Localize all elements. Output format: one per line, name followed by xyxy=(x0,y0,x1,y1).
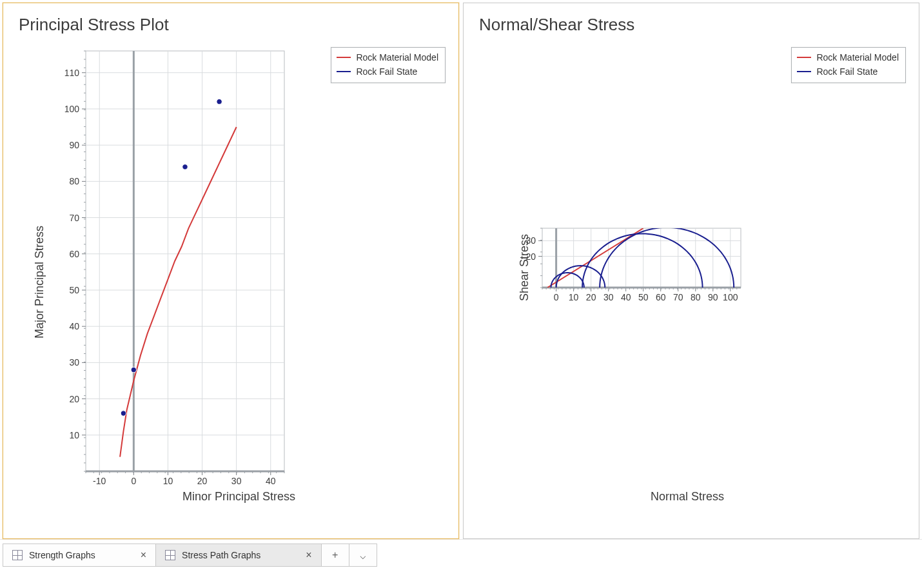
legend-line-icon xyxy=(337,71,351,72)
legend-label: Rock Fail State xyxy=(816,64,878,79)
grid-icon xyxy=(12,550,23,560)
legend-entry-model[interactable]: Rock Material Model xyxy=(797,50,899,64)
svg-text:60: 60 xyxy=(69,249,79,259)
tab-strength-graphs[interactable]: Strength Graphs × xyxy=(3,544,156,567)
svg-text:90: 90 xyxy=(69,140,79,150)
tab-bar: Strength Graphs × Stress Path Graphs × +… xyxy=(0,539,922,568)
svg-text:50: 50 xyxy=(69,285,79,295)
panel-title: Principal Stress Plot xyxy=(19,15,446,35)
svg-point-133 xyxy=(131,367,136,372)
svg-text:-10: -10 xyxy=(93,476,106,486)
panel-principal-stress[interactable]: Principal Stress Plot Rock Material Mode… xyxy=(3,3,459,539)
panel-title: Normal/Shear Stress xyxy=(479,15,906,35)
x-axis-label: Normal Stress xyxy=(651,490,724,504)
tab-label: Stress Path Graphs xyxy=(182,550,260,560)
svg-text:0: 0 xyxy=(131,476,136,486)
svg-point-132 xyxy=(121,411,126,416)
plus-icon: + xyxy=(332,549,338,561)
svg-text:40: 40 xyxy=(621,292,631,302)
svg-text:0: 0 xyxy=(554,292,559,302)
workspace: Principal Stress Plot Rock Material Mode… xyxy=(0,0,922,588)
svg-text:20: 20 xyxy=(586,292,596,302)
panel-normal-shear[interactable]: Normal/Shear Stress Rock Material Model … xyxy=(463,3,919,539)
tab-menu-button[interactable]: ⌵ xyxy=(349,544,377,567)
svg-text:30: 30 xyxy=(69,357,79,368)
svg-text:40: 40 xyxy=(69,321,79,331)
close-icon[interactable]: × xyxy=(306,550,311,560)
svg-text:20: 20 xyxy=(69,394,79,404)
legend-line-icon xyxy=(337,57,351,58)
svg-text:30: 30 xyxy=(603,292,614,302)
svg-rect-136 xyxy=(542,228,741,288)
close-icon[interactable]: × xyxy=(141,550,146,560)
svg-text:60: 60 xyxy=(656,292,666,302)
tab-stress-path-graphs[interactable]: Stress Path Graphs × xyxy=(155,544,322,567)
legend[interactable]: Rock Material Model Rock Fail State xyxy=(331,47,446,83)
legend-line-icon xyxy=(797,57,811,58)
svg-text:100: 100 xyxy=(64,104,80,114)
svg-text:20: 20 xyxy=(197,476,208,486)
svg-text:40: 40 xyxy=(266,476,276,486)
svg-text:100: 100 xyxy=(723,292,738,302)
svg-rect-0 xyxy=(86,51,284,471)
svg-text:80: 80 xyxy=(69,176,79,186)
chart-panels: Principal Stress Plot Rock Material Mode… xyxy=(0,0,922,539)
svg-point-135 xyxy=(217,99,222,104)
normal-shear-chart[interactable]: 01020304050607080901002030 xyxy=(524,226,743,303)
svg-point-134 xyxy=(182,164,188,170)
legend[interactable]: Rock Material Model Rock Fail State xyxy=(791,47,906,83)
principal-stress-chart[interactable]: -10010203040102030405060708090100110 xyxy=(55,48,287,493)
svg-text:10: 10 xyxy=(69,430,79,440)
legend-label: Rock Fail State xyxy=(356,64,417,79)
svg-text:10: 10 xyxy=(163,476,173,486)
grid-icon xyxy=(165,550,175,560)
legend-line-icon xyxy=(797,71,811,72)
svg-text:80: 80 xyxy=(691,292,701,302)
y-axis-label: Major Principal Stress xyxy=(33,226,46,338)
svg-text:30: 30 xyxy=(525,235,536,246)
legend-label: Rock Material Model xyxy=(356,50,438,64)
svg-text:90: 90 xyxy=(708,292,718,302)
add-tab-button[interactable]: + xyxy=(321,544,349,567)
svg-text:10: 10 xyxy=(569,292,579,302)
legend-label: Rock Material Model xyxy=(816,50,899,64)
legend-entry-fail[interactable]: Rock Fail State xyxy=(797,64,899,79)
svg-text:20: 20 xyxy=(525,251,536,262)
svg-text:110: 110 xyxy=(64,68,80,78)
svg-text:70: 70 xyxy=(673,292,683,302)
tab-label: Strength Graphs xyxy=(29,550,95,560)
chevron-down-icon: ⌵ xyxy=(360,549,366,562)
legend-entry-fail[interactable]: Rock Fail State xyxy=(337,64,438,79)
svg-text:50: 50 xyxy=(638,292,649,302)
svg-text:30: 30 xyxy=(231,476,242,486)
svg-text:70: 70 xyxy=(69,213,79,223)
legend-entry-model[interactable]: Rock Material Model xyxy=(337,50,438,64)
